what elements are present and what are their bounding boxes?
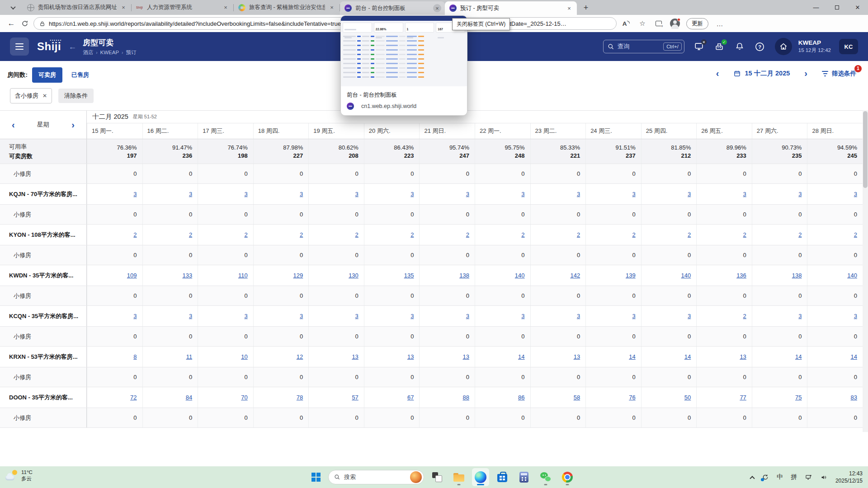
available-rooms-toggle[interactable]: 可卖房 — [32, 67, 62, 83]
previous-week-button[interactable]: ‹ — [12, 120, 15, 130]
room-availability-link[interactable]: 3 — [688, 313, 691, 319]
room-availability-link[interactable]: 2 — [688, 231, 691, 238]
next-week-button[interactable]: › — [71, 120, 75, 130]
tab-close-icon[interactable]: × — [119, 4, 127, 12]
room-availability-link[interactable]: 84 — [186, 394, 192, 401]
volume-icon[interactable] — [820, 474, 828, 481]
room-availability-link[interactable]: 138 — [459, 272, 469, 279]
tab-close-icon[interactable]: × — [328, 4, 336, 12]
breadcrumb-reservations[interactable]: 预订 — [126, 49, 136, 56]
room-availability-link[interactable]: 88 — [463, 394, 469, 401]
room-availability-link[interactable]: 2 — [854, 231, 857, 238]
room-availability-link[interactable]: 2 — [300, 231, 303, 238]
room-availability-link[interactable]: 75 — [795, 394, 802, 401]
room-availability-link[interactable]: 140 — [847, 272, 857, 279]
clock-widget[interactable]: 12:43 2025/12/15 — [835, 470, 863, 484]
browser-tab[interactable]: 预订 - 房型可卖× — [445, 1, 577, 15]
room-availability-link[interactable]: 2 — [521, 231, 524, 238]
close-window-button[interactable]: ✕ — [847, 0, 868, 15]
tab-close-icon[interactable]: × — [565, 4, 573, 12]
maximize-button[interactable] — [826, 0, 847, 15]
room-availability-link[interactable]: 3 — [688, 191, 691, 197]
browser-tab[interactable]: Shiji人力资源管理系统× — [132, 0, 233, 15]
favorite-star-icon[interactable]: ☆ — [637, 19, 647, 28]
room-availability-link[interactable]: 78 — [297, 394, 303, 401]
room-availability-link[interactable]: 142 — [570, 272, 580, 279]
search-highlight-doodle[interactable] — [410, 471, 422, 483]
room-availability-link[interactable]: 58 — [574, 394, 580, 401]
new-tab-button[interactable]: + — [580, 1, 592, 14]
cashier-status-icon[interactable]: ✓ — [714, 41, 725, 52]
room-availability-link[interactable]: 14 — [684, 353, 691, 360]
home-button[interactable] — [775, 38, 792, 55]
hamburger-menu-button[interactable] — [10, 38, 29, 56]
minor-repair-filter-chip[interactable]: 含小修房✕ — [10, 88, 52, 103]
room-availability-link[interactable]: 11 — [186, 353, 193, 360]
filter-conditions-button[interactable]: 筛选条件 1 — [822, 70, 856, 78]
tab-close-icon[interactable]: × — [433, 4, 441, 12]
notifications-button[interactable] — [734, 41, 745, 52]
room-availability-link[interactable]: 72 — [130, 394, 137, 401]
start-button[interactable] — [308, 469, 324, 485]
profile-avatar[interactable] — [670, 19, 680, 28]
room-availability-link[interactable]: 3 — [355, 313, 359, 319]
more-menu-icon[interactable]: … — [715, 19, 725, 28]
room-availability-link[interactable]: 83 — [851, 394, 857, 401]
scrollbar-thumb[interactable] — [863, 111, 868, 188]
room-availability-link[interactable]: 2 — [133, 231, 137, 238]
room-availability-link[interactable]: 3 — [133, 313, 137, 319]
room-availability-link[interactable]: 3 — [632, 191, 635, 197]
date-picker[interactable]: 15 十二月 2025 — [733, 69, 790, 78]
browser-tab[interactable]: 旅客查询 - 紫楠旅馆业治安信息管× — [234, 0, 340, 15]
room-availability-link[interactable]: 13 — [463, 353, 469, 360]
room-availability-link[interactable]: 3 — [244, 191, 247, 197]
network-icon[interactable] — [805, 474, 812, 481]
room-availability-link[interactable]: 136 — [736, 272, 746, 279]
wechat-button[interactable] — [537, 468, 554, 486]
room-availability-link[interactable]: 57 — [352, 394, 358, 401]
room-availability-link[interactable]: 3 — [410, 191, 414, 197]
room-availability-link[interactable]: 3 — [300, 313, 303, 319]
global-search-input[interactable]: 查询 Ctrl+/ — [603, 40, 684, 53]
room-availability-link[interactable]: 67 — [407, 394, 414, 401]
back-navigation-icon[interactable]: ← — [68, 42, 76, 52]
breadcrumb-hotel[interactable]: 酒店 — [83, 49, 93, 56]
room-availability-link[interactable]: 2 — [466, 231, 469, 238]
breadcrumb-property[interactable]: KWEAP — [100, 50, 119, 55]
room-availability-link[interactable]: 2 — [189, 231, 192, 238]
room-availability-link[interactable]: 14 — [629, 353, 635, 360]
room-availability-link[interactable]: 2 — [355, 231, 359, 238]
room-availability-link[interactable]: 2 — [244, 231, 247, 238]
browser-update-button[interactable]: 更新 — [686, 18, 708, 29]
room-availability-link[interactable]: 130 — [349, 272, 359, 279]
tab-preview-popup[interactable]: 22.86% 1 167 前台 - 前台控制面板 cn1.web.ep.shij… — [340, 15, 467, 116]
room-availability-link[interactable]: 140 — [681, 272, 691, 279]
room-availability-link[interactable]: 13 — [740, 353, 746, 360]
room-availability-link[interactable]: 109 — [127, 272, 137, 279]
room-availability-link[interactable]: 3 — [743, 191, 746, 197]
back-button[interactable]: ← — [5, 17, 18, 30]
room-availability-link[interactable]: 138 — [792, 272, 802, 279]
room-availability-link[interactable]: 8 — [133, 353, 137, 360]
help-button[interactable]: ? — [755, 41, 765, 52]
browser-tab[interactable]: 贵阳机场智选假日酒店系统网址导× — [23, 0, 131, 15]
tray-expand-button[interactable] — [750, 475, 754, 479]
room-availability-link[interactable]: 13 — [574, 353, 580, 360]
refresh-button[interactable] — [18, 17, 32, 30]
room-availability-link[interactable]: 2 — [798, 231, 802, 238]
remove-chip-icon[interactable]: ✕ — [42, 93, 47, 99]
room-availability-link[interactable]: 14 — [851, 353, 857, 360]
vertical-scrollbar[interactable] — [863, 110, 868, 432]
room-availability-link[interactable]: 86 — [518, 394, 524, 401]
ime-language-indicator[interactable]: 中 — [777, 473, 783, 481]
room-availability-link[interactable]: 2 — [743, 313, 746, 319]
room-availability-link[interactable]: 3 — [300, 191, 303, 197]
clear-filters-button[interactable]: 清除条件 — [58, 89, 94, 103]
room-availability-link[interactable]: 3 — [355, 191, 359, 197]
room-availability-link[interactable]: 3 — [798, 313, 802, 319]
room-availability-link[interactable]: 2 — [577, 231, 580, 238]
room-availability-link[interactable]: 129 — [293, 272, 303, 279]
room-availability-link[interactable]: 3 — [244, 313, 247, 319]
sold-rooms-toggle[interactable]: 已售房 — [71, 71, 89, 79]
microsoft-store-button[interactable] — [494, 468, 511, 486]
